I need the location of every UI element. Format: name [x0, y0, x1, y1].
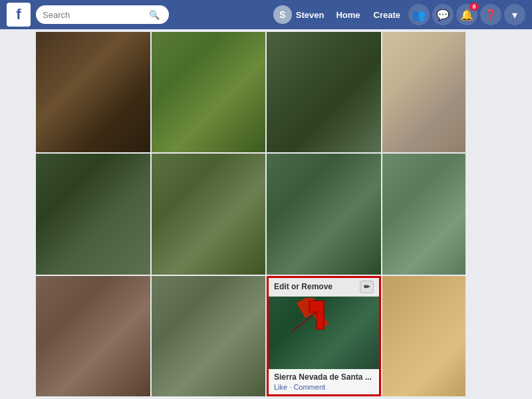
- svg-marker-0: [282, 298, 329, 338]
- chevron-down-icon: ▾: [512, 9, 517, 21]
- photo-cell[interactable]: [152, 276, 266, 396]
- home-nav-link[interactable]: Home: [331, 6, 365, 24]
- navbar: f 🔍 S Steven Home Create 👥 💬 🔔 8 ❓ ▾: [0, 0, 532, 29]
- more-options-btn[interactable]: ▾: [504, 4, 525, 25]
- nav-right: S Steven Home Create 👥 💬 🔔 8 ❓ ▾: [269, 3, 525, 27]
- edit-remove-popup: Edit or Remove ✏: [269, 278, 379, 297]
- question-icon: ❓: [484, 9, 497, 21]
- photo-caption: Sierra Nevada de Santa ... Like · Commen…: [269, 369, 379, 394]
- avatar: S: [273, 5, 292, 24]
- user-profile-link[interactable]: S Steven: [269, 3, 329, 27]
- photo-cell[interactable]: [152, 154, 266, 274]
- photo-cell[interactable]: [267, 154, 381, 274]
- photo-cell[interactable]: [36, 154, 150, 274]
- friends-icon-btn[interactable]: 👥: [408, 4, 430, 25]
- notifications-icon-btn[interactable]: 🔔 8: [456, 4, 477, 25]
- red-arrow-indicator: [282, 298, 329, 338]
- main-content: Edit or Remove ✏ Sierra Nevada de Santa …: [0, 29, 532, 399]
- photo-cell[interactable]: [152, 32, 266, 152]
- like-action[interactable]: Like: [274, 383, 287, 391]
- photo-cell[interactable]: [36, 32, 150, 152]
- edit-remove-label: Edit or Remove: [274, 282, 332, 291]
- edit-pencil-btn[interactable]: ✏: [360, 281, 374, 293]
- svg-marker-1: [291, 301, 325, 332]
- photo-actions: Like · Comment: [274, 383, 374, 391]
- facebook-logo: f: [7, 3, 31, 27]
- search-input[interactable]: [43, 10, 149, 20]
- photo-grid: Edit or Remove ✏ Sierra Nevada de Santa …: [33, 29, 499, 399]
- photo-cell[interactable]: [36, 276, 150, 396]
- right-sidebar: [466, 29, 532, 399]
- create-nav-link[interactable]: Create: [368, 6, 406, 24]
- photo-cell[interactable]: [267, 32, 381, 152]
- comment-action[interactable]: Comment: [293, 383, 325, 391]
- username-label: Steven: [296, 10, 325, 20]
- messenger-icon-btn[interactable]: 💬: [432, 4, 454, 25]
- search-bar[interactable]: 🔍: [36, 5, 169, 24]
- notification-badge: 8: [469, 3, 479, 11]
- friends-icon: 👥: [412, 9, 426, 21]
- highlighted-photo-cell[interactable]: Edit or Remove ✏ Sierra Nevada de Santa …: [267, 276, 381, 396]
- help-icon-btn[interactable]: ❓: [480, 4, 501, 25]
- search-icon: 🔍: [149, 10, 160, 20]
- pencil-icon: ✏: [364, 283, 370, 291]
- messenger-icon: 💬: [436, 9, 450, 21]
- photo-title: Sierra Nevada de Santa ...: [274, 372, 374, 382]
